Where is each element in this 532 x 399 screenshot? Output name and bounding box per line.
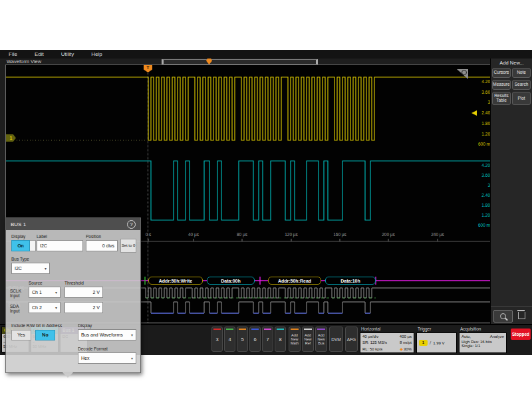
bus-display-dropdown[interactable]: Bus and Waveforms▾ [78,329,136,340]
sidebar-button-plot[interactable]: Plot [512,92,531,105]
rising-edge-icon: / [430,340,431,346]
decode-box-addr: Addr:50h:Write [148,277,203,285]
delete-button[interactable] [516,310,527,321]
channel-color-bar [277,329,284,330]
menu-item-help[interactable]: Help [82,51,110,57]
trigger-level-arrow[interactable] [471,110,477,116]
label-label: Label [37,234,47,239]
sda-input-label: SDA Input [10,304,27,314]
channel-7-button[interactable]: 7 [262,327,273,352]
horizontal-pan-scrollbar[interactable] [162,59,318,65]
display-label: Display [11,234,25,239]
horizontal-row: RL: 50 kpts◆30% [362,346,412,352]
acq-mode: Auto, [462,334,471,340]
draw-zoom-tool-button[interactable] [493,310,513,323]
dialog-header[interactable]: BUS 1 ? [6,218,140,230]
menu-item-file[interactable]: File [0,51,26,57]
trigger-time-line [148,72,148,323]
afg-button[interactable]: AFG [345,327,358,352]
source-label: Source [29,281,43,285]
sidebar-button-results-table[interactable]: Results Table [492,92,511,105]
add-new-math-button[interactable]: Add New Math [289,327,301,352]
button-color-bar [291,329,299,330]
magnifier-icon [500,313,506,319]
time-axis-label: 160 µs [333,232,346,237]
sclk-source-dropdown[interactable]: Ch 1▾ [29,287,61,298]
display-on-toggle[interactable]: On [11,240,36,251]
position-input[interactable]: 0 divs [86,240,118,251]
bus-type-label: Bus Type [11,257,29,261]
sidebar-button-cursors[interactable]: Cursors [492,68,511,78]
ch2-axis-label: 4.20 [481,164,490,168]
channel-color-bar [251,329,259,330]
right-sidebar: Add New... CursorsNoteMeasureSearchResul… [490,59,532,324]
horizontal-row: SR: 125 MS/s8 ns/pt [362,340,412,346]
sidebar-button-note[interactable]: Note [512,68,531,78]
ch2-axis-label: 600 m [478,223,490,228]
channel-color-bar [226,329,233,330]
horizontal-panel[interactable]: Horizontal 40 µs/div400 µsSR: 125 MS/s8 … [360,326,414,354]
threshold-label: Threshold [65,281,84,285]
channel-4-button[interactable]: 4 [224,327,235,352]
trigger-source-badge: 1 [419,340,428,346]
bus1-config-dialog: BUS 1 ? Display Label Position On I2C 0 … [5,217,141,373]
sclk-threshold-input[interactable]: 2 V [65,287,103,298]
rw-no-button[interactable]: No [35,330,55,340]
acq-analyze: Analyze [490,334,504,340]
channel-color-bar [239,329,246,330]
ch2-axis-scale: 4.203.6032.401.801.20600 m [470,65,490,238]
dialog-title: BUS 1 [11,221,26,227]
add-new-bus-button[interactable]: Add New Bus [315,327,327,352]
button-color-bar [317,329,325,330]
add-new-ref-button[interactable]: Add New Ref [302,327,314,352]
chevron-down-icon: ▾ [131,332,133,337]
sidebar-divider [491,306,532,307]
acq-single: Single: 1/1 [462,344,504,348]
menu-item-edit[interactable]: Edit [26,51,53,57]
ch2-axis-label: 2.40 [481,194,490,198]
help-icon[interactable]: ? [127,220,136,229]
add-new-header: Add New... [491,60,532,66]
channel-8-button[interactable]: 8 [275,327,286,352]
bus-type-dropdown[interactable]: I2C▾ [11,263,50,274]
menu-item-utility[interactable]: Utility [53,51,83,57]
stopped-button[interactable]: Stopped [511,329,531,340]
acquisition-panel[interactable]: Acquisition Auto,Analyze High Res: 16 bi… [459,326,507,354]
decode-box-data: Data:00h [207,277,255,285]
trigger-panel[interactable]: Trigger 1 / 1.99 V [416,326,457,354]
position-label: Position [86,234,101,239]
set-to-zero-button[interactable]: Set to 0 [120,239,136,253]
chevron-down-icon: ▾ [131,356,133,360]
rw-yes-button[interactable]: Yes [11,330,31,340]
sidebar-button-measure[interactable]: Measure [492,80,511,90]
sidebar-button-search[interactable]: Search [512,80,531,90]
ch2-axis-label: 1.80 [481,203,490,208]
decode-format-dropdown[interactable]: Hex▾ [78,352,136,364]
toggle-knob [30,240,36,251]
button-color-bar [304,329,312,330]
sda-source-dropdown[interactable]: Ch 2▾ [29,302,61,313]
decode-box-addr: Addr:50h:Read [268,277,321,285]
horizontal-row: 40 µs/div400 µs [362,334,412,340]
sclk-input-label: SCLK Input [10,289,27,299]
channel-5-button[interactable]: 5 [237,327,248,352]
channel-3-button[interactable]: 3 [211,327,223,352]
ch2-axis-label: 3.60 [481,174,490,178]
bus-label-input[interactable]: I2C [37,240,83,251]
time-axis-label: 40 µs [188,232,199,237]
dvm-button[interactable]: DVM [329,327,343,352]
ch2-axis-label: 1.20 [481,213,490,218]
trigger-level: 1.99 V [433,341,444,345]
menu-bar: FileEditUtilityHelp [0,50,532,59]
channel-color-bar [213,329,221,330]
waveform-view-title: Waveform View [7,59,41,65]
time-axis-label: 240 µs [431,232,444,237]
channel-6-button[interactable]: 6 [249,327,261,352]
time-axis-label: 80 µs [237,232,247,237]
trigger-position-marker[interactable] [206,59,212,65]
dialog-pointer-tail [62,372,74,378]
sda-threshold-input[interactable]: 2 V [65,302,103,313]
rw-bit-label: Include R/W bit in Address [11,323,62,328]
display2-label: Display [78,323,92,328]
chevron-down-icon: ▾ [45,266,47,271]
